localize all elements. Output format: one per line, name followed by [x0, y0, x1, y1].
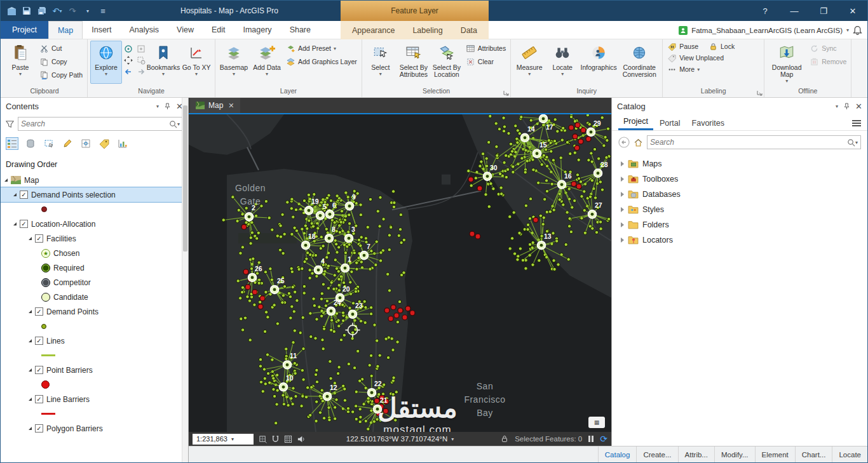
home-icon[interactable] — [634, 138, 643, 147]
expand-icon[interactable] — [621, 207, 624, 212]
layer-candidate[interactable]: Candidate — [1, 290, 188, 304]
layer-checkbox[interactable]: ✓ — [35, 337, 43, 345]
more-labeling-button[interactable]: More▾ — [665, 64, 702, 75]
list-by-snapping-icon[interactable] — [79, 137, 92, 150]
basemap-button[interactable]: Basemap▾ — [218, 41, 250, 84]
layer-line-barriers[interactable]: ✓Line Barriers — [1, 392, 188, 406]
next-extent-icon[interactable] — [136, 67, 146, 76]
redo-icon[interactable]: ↷ — [65, 3, 79, 18]
layer-facilities[interactable]: ✓Facilities — [1, 231, 188, 246]
refresh-map-icon[interactable]: ⟳ — [600, 434, 607, 444]
expand-icon[interactable] — [621, 177, 624, 182]
list-by-labeling-icon[interactable] — [98, 137, 111, 150]
selection-lock-icon[interactable] — [501, 435, 508, 443]
catalog-search-input[interactable] — [650, 138, 847, 147]
expander-icon[interactable] — [29, 339, 32, 342]
layer-checkbox[interactable]: ✓ — [35, 424, 43, 433]
list-by-selection-icon[interactable] — [43, 137, 55, 150]
expand-icon[interactable] — [621, 192, 624, 197]
expand-icon[interactable] — [621, 238, 624, 243]
catalog-tab-portal[interactable]: Portal — [654, 117, 686, 130]
spatial-reference-icon[interactable] — [259, 435, 267, 443]
save-all-icon[interactable] — [35, 3, 49, 18]
cut-button[interactable]: Cut — [37, 43, 85, 54]
tab-edit[interactable]: Edit — [203, 21, 234, 39]
expander-icon[interactable] — [4, 178, 8, 182]
layer-chosen[interactable]: ★Chosen — [1, 246, 188, 260]
measure-button[interactable]: Measure▾ — [513, 41, 545, 84]
layer-competitor[interactable]: Competitor — [1, 275, 188, 290]
legend-symbol[interactable] — [1, 348, 188, 363]
layer-checkbox[interactable]: ✓ — [35, 307, 43, 316]
tab-share[interactable]: Share — [281, 21, 320, 39]
map-tab-close-icon[interactable]: ✕ — [228, 102, 234, 110]
layer-map[interactable]: Map — [1, 173, 188, 187]
layer-demand-points-selection[interactable]: ✓Demand Points selection — [1, 187, 188, 202]
tab-insert[interactable]: Insert — [83, 21, 120, 39]
layer-polygon-barriers[interactable]: ✓Polygon Barriers — [1, 421, 188, 436]
copy-path-button[interactable]: Copy Path — [37, 69, 85, 81]
lock-labels-button[interactable]: Lock — [707, 41, 736, 52]
paste-button[interactable]: Paste▾ — [4, 41, 36, 84]
list-by-drawing-order-icon[interactable] — [6, 137, 18, 150]
expander-icon[interactable] — [29, 310, 32, 313]
dock-tab-chart[interactable]: Chart... — [795, 446, 832, 462]
tab-view[interactable]: View — [168, 21, 203, 39]
add-graphics-layer-button[interactable]: Add Graphics Layer — [284, 56, 359, 67]
catalog-menu-icon[interactable]: ▾ — [836, 104, 838, 109]
layer-checkbox[interactable]: ✓ — [35, 366, 43, 374]
pause-drawing-icon[interactable] — [588, 436, 593, 442]
sync-button[interactable]: Sync — [808, 43, 848, 54]
tab-data[interactable]: Data — [452, 21, 486, 39]
snapping-toggle-icon[interactable] — [271, 435, 280, 443]
attributes-button[interactable]: Attributes — [464, 43, 508, 54]
map-tab[interactable]: Map ✕ — [190, 98, 240, 113]
undo-icon[interactable]: ↶▾ — [50, 3, 64, 18]
layer-checkbox[interactable]: ✓ — [20, 220, 28, 228]
legend-symbol[interactable] — [1, 202, 188, 217]
select-by-location-button[interactable]: Select By Location — [431, 41, 463, 84]
add-data-button[interactable]: Add Data▾ — [251, 41, 283, 84]
dock-tab-modify[interactable]: Modify... — [714, 446, 755, 462]
list-by-editing-icon[interactable] — [61, 137, 74, 150]
catalog-item-folders[interactable]: Folders — [612, 217, 867, 232]
tab-imagery[interactable]: Imagery — [234, 21, 280, 39]
expander-icon[interactable] — [29, 427, 32, 430]
layer-demand-points[interactable]: ✓Demand Points — [1, 304, 188, 319]
pause-labeling-button[interactable]: Pause — [665, 41, 700, 52]
contents-menu-icon[interactable]: ▾ — [156, 104, 159, 109]
coordinate-conversion-button[interactable]: Coordinate Conversion — [619, 41, 660, 84]
account-dropdown-icon[interactable]: ▾ — [846, 27, 849, 33]
catalog-item-maps[interactable]: Maps — [612, 156, 867, 171]
dock-tab-create[interactable]: Create... — [636, 446, 677, 462]
tab-map[interactable]: Map — [48, 21, 83, 39]
back-icon[interactable] — [618, 137, 630, 148]
layer-location-allocation[interactable]: ✓Location-Allocation — [1, 217, 188, 231]
layer-required[interactable]: Required — [1, 260, 188, 275]
explore-button[interactable]: Explore▾ — [90, 41, 122, 84]
filter-icon[interactable] — [6, 120, 14, 128]
pan-icon[interactable] — [123, 55, 133, 65]
legend-symbol[interactable] — [1, 319, 188, 333]
onscreen-keyboard-icon[interactable]: ▦ — [588, 417, 605, 428]
contents-search-input[interactable] — [21, 119, 169, 128]
catalog-pin-icon[interactable] — [843, 103, 850, 110]
go-to-xy-button[interactable]: Go To XY▾ — [180, 41, 212, 84]
fixed-extent-icon[interactable] — [123, 44, 133, 53]
app-icon[interactable] — [4, 3, 18, 18]
remove-button[interactable]: Remove — [808, 56, 848, 67]
expander-icon[interactable] — [13, 222, 17, 225]
help-button[interactable]: ? — [750, 1, 780, 21]
pin-icon[interactable] — [164, 103, 171, 110]
expander-icon[interactable] — [29, 368, 32, 372]
select-by-attributes-button[interactable]: Select By Attributes — [398, 41, 430, 84]
layer-lines[interactable]: ✓Lines — [1, 333, 188, 348]
contents-scrollbar[interactable] — [182, 98, 188, 462]
tab-labeling[interactable]: Labeling — [403, 21, 451, 39]
zoom-selection-icon[interactable] — [136, 55, 146, 65]
dock-tab-element[interactable]: Element — [755, 446, 795, 462]
tab-project[interactable]: Project — [1, 21, 48, 39]
qat-dropdown-icon[interactable]: ▾ — [81, 3, 95, 18]
minimize-button[interactable]: — — [780, 1, 809, 21]
catalog-item-styles[interactable]: Styles — [612, 202, 867, 217]
